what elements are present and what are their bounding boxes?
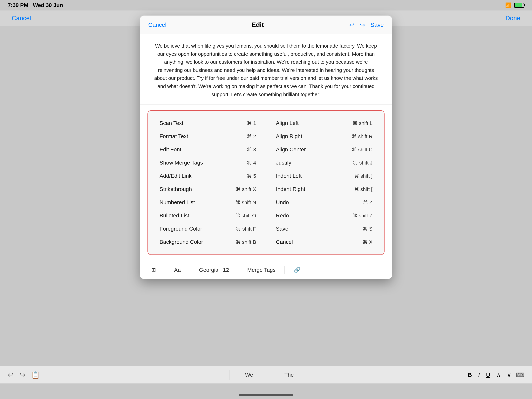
word-suggestion-2[interactable]: We xyxy=(229,370,269,380)
shortcut-keys: ⌘ 3 xyxy=(247,147,256,153)
edit-modal: Cancel Edit ↩ ↪ Save We believe that whe… xyxy=(140,16,392,279)
keyboard-icon[interactable]: ⌨ xyxy=(516,371,524,378)
paste-icon[interactable]: 📋 xyxy=(31,371,40,379)
shortcut-keys: ⌘ shift N xyxy=(235,200,256,206)
battery-icon xyxy=(514,3,524,8)
shortcut-row: Bulleted List ⌘ shift O xyxy=(156,209,260,222)
shortcut-row: Justify ⌘ shift J xyxy=(272,156,376,169)
shortcut-name: Add/Edit Link xyxy=(159,173,192,179)
shortcut-row: Strikethrough ⌘ shift X xyxy=(156,183,260,196)
shortcut-row: Cancel ⌘ X xyxy=(272,235,376,249)
shortcut-row: Indent Right ⌘ shift [ xyxy=(272,183,376,196)
shortcut-row: Format Text ⌘ 2 xyxy=(156,130,260,143)
scan-icon: ⊞ xyxy=(151,267,156,273)
shortcut-keys: ⌘ shift [ xyxy=(354,186,373,192)
shortcut-keys: ⌘ shift L xyxy=(353,120,373,126)
merge-tags-button[interactable]: Merge Tags xyxy=(244,265,279,275)
cancel-button[interactable]: Cancel xyxy=(10,13,33,24)
shortcut-row: Scan Text ⌘ 1 xyxy=(156,117,260,130)
shortcut-name: Redo xyxy=(276,213,289,219)
modal-save-button[interactable]: Save xyxy=(371,22,384,28)
word-suggestions: I We The xyxy=(40,370,466,380)
shortcut-row: Show Merge Tags ⌘ 4 xyxy=(156,156,260,169)
modal-text-content: We believe that when life gives you lemo… xyxy=(140,34,392,105)
shortcut-name: Undo xyxy=(276,199,289,206)
status-bar: 7:39 PM Wed 30 Jun 📶 xyxy=(0,0,532,11)
status-date: Wed 30 Jun xyxy=(33,2,63,8)
shortcut-name: Edit Font xyxy=(159,146,181,153)
font-name-label: Georgia 12 xyxy=(199,267,229,273)
shortcut-name: Indent Left xyxy=(276,173,302,179)
shortcut-row: Align Center ⌘ shift C xyxy=(272,143,376,156)
shortcut-row: Align Right ⌘ shift R xyxy=(272,130,376,143)
link-icon: 🔗 xyxy=(294,267,301,273)
toolbar-divider2 xyxy=(190,266,190,274)
bold-button[interactable]: B xyxy=(466,371,474,379)
shortcut-name: Foreground Color xyxy=(159,226,202,232)
arrow-up-icon[interactable]: ∧ xyxy=(495,371,502,379)
shortcut-name: Scan Text xyxy=(159,120,183,126)
arrow-down-icon[interactable]: ∨ xyxy=(505,371,513,379)
word-suggestion-1[interactable]: I xyxy=(197,370,229,380)
wifi-icon: 📶 xyxy=(505,2,511,8)
shortcut-keys: ⌘ S xyxy=(363,226,373,232)
shortcut-keys: ⌘ 2 xyxy=(247,133,256,139)
shortcut-keys: ⌘ shift X xyxy=(236,186,256,192)
bottom-nav: ↩ ↪ 📋 I We The B I U ∧ ∨ ⌨ xyxy=(0,366,532,383)
done-button[interactable]: Done xyxy=(504,13,522,24)
shortcut-name: Bulleted List xyxy=(159,213,189,219)
shortcut-keys: ⌘ Z xyxy=(363,200,373,206)
modal-cancel-button[interactable]: Cancel xyxy=(148,22,166,28)
shortcut-row: Add/Edit Link ⌘ 5 xyxy=(156,169,260,183)
shortcut-keys: ⌘ shift Z xyxy=(352,213,373,219)
shortcut-keys: ⌘ 5 xyxy=(247,173,256,179)
modal-header: Cancel Edit ↩ ↪ Save xyxy=(140,16,392,34)
shortcut-name: Indent Right xyxy=(276,186,305,192)
bottom-nav-left: ↩ ↪ 📋 xyxy=(8,371,40,379)
shortcut-row: Redo ⌘ shift Z xyxy=(272,209,376,222)
shortcut-keys: ⌘ 4 xyxy=(247,160,256,166)
shortcut-name: Background Color xyxy=(159,239,203,245)
status-time: 7:39 PM xyxy=(8,2,28,8)
shortcut-name: Align Right xyxy=(276,133,302,139)
shortcut-name: Strikethrough xyxy=(159,186,192,192)
shortcut-name: Cancel xyxy=(276,239,293,245)
shortcut-keys: ⌘ 1 xyxy=(247,120,256,126)
link-button[interactable]: 🔗 xyxy=(291,265,304,275)
shortcut-row: Save ⌘ S xyxy=(272,222,376,235)
body-text: We believe that when life gives you lemo… xyxy=(151,42,381,99)
font-name-button[interactable]: Georgia 12 xyxy=(196,265,232,275)
forward-icon[interactable]: ↪ xyxy=(19,371,25,379)
toolbar-divider1 xyxy=(165,266,165,274)
word-suggestion-3[interactable]: The xyxy=(269,370,309,380)
shortcut-row: Numbered List ⌘ shift N xyxy=(156,196,260,209)
shortcut-row: Edit Font ⌘ 3 xyxy=(156,143,260,156)
modal-title: Edit xyxy=(251,21,264,29)
redo-button[interactable]: ↪ xyxy=(360,21,365,29)
shortcut-grid: Scan Text ⌘ 1 Format Text ⌘ 2 Edit Font … xyxy=(150,115,382,251)
italic-button[interactable]: I xyxy=(477,371,481,379)
modal-actions: ↩ ↪ Save xyxy=(349,21,384,29)
toolbar-divider3 xyxy=(238,266,238,274)
shortcut-panel: Scan Text ⌘ 1 Format Text ⌘ 2 Edit Font … xyxy=(147,110,385,255)
shortcut-keys: ⌘ shift R xyxy=(352,133,373,139)
font-style-button[interactable]: Aa xyxy=(171,265,184,275)
shortcut-keys: ⌘ shift O xyxy=(235,213,256,219)
scan-button[interactable]: ⊞ xyxy=(148,265,159,275)
shortcut-row: Indent Left ⌘ shift ] xyxy=(272,169,376,183)
toolbar-divider4 xyxy=(285,266,285,274)
shortcut-keys: ⌘ shift ] xyxy=(354,173,373,179)
shortcut-row: Foreground Color ⌘ shift F xyxy=(156,222,260,235)
underline-button[interactable]: U xyxy=(484,371,492,379)
shortcut-name: Align Center xyxy=(276,146,306,153)
shortcut-keys: ⌘ shift F xyxy=(236,226,256,232)
undo-button[interactable]: ↩ xyxy=(349,21,355,29)
shortcut-right-col: Align Left ⌘ shift L Align Right ⌘ shift… xyxy=(266,115,382,251)
shortcut-keys: ⌘ X xyxy=(363,239,373,245)
shortcut-name: Format Text xyxy=(159,133,188,139)
font-aa-label: Aa xyxy=(174,267,181,273)
shortcut-name: Justify xyxy=(276,160,291,166)
back-icon[interactable]: ↩ xyxy=(8,371,14,379)
home-indicator xyxy=(239,394,293,396)
shortcut-row: Background Color ⌘ shift B xyxy=(156,235,260,249)
